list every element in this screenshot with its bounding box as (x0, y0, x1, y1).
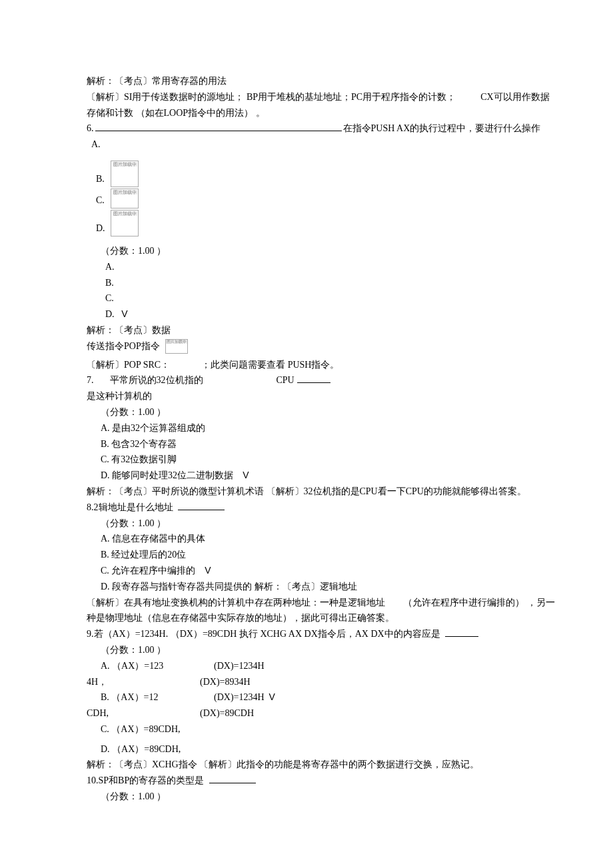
q9-blank (445, 636, 478, 637)
q8-score: （分数：1.00 ） (87, 516, 613, 532)
q6-answer-D-label: D. (105, 309, 115, 319)
q6-option-C-row: C. 图片加载中 (96, 189, 613, 209)
check-icon: V (243, 470, 249, 480)
q9-A-cont: 4H， (87, 674, 200, 690)
q9-dx-4: (DX)=89CDH (200, 705, 254, 721)
q8-option-A: A. 信息在存储器中的具体 (87, 531, 613, 547)
q8-stem: 8.2辑地址是什么地址 (87, 502, 173, 512)
q9-dx-1: (DX)=1234H (214, 658, 265, 674)
q7-option-D: D. 能够同时处理32位二进制数据 (101, 470, 233, 480)
q6-option-B-row: B. 图片加载中 (96, 161, 613, 187)
q6-option-D-row: D. 图片加载中 (96, 210, 613, 236)
q9-row-1: A. （AX）=123 (DX)=1234H (87, 658, 613, 674)
q8-option-C-row: C. 允许在程序中编排的 V (87, 563, 613, 579)
q9-option-C: C. （AX）=89CDH, (87, 721, 613, 737)
image-placeholder-icon: 图片加载中 (111, 210, 139, 236)
image-placeholder-icon: 图片加载中 (165, 339, 188, 354)
q8-exp-1: 〔解析〕在具有地址变换机构的计算机中存在两种地址：一种是逻辑地址 (87, 598, 385, 608)
q7-stem-2: 是这种计算机的 (87, 388, 613, 404)
q8-option-D: D. 段寄存器与指针寄存器共同提供的 解析：〔考点〕逻辑地址 (87, 579, 613, 595)
pre-line-1: 解析：〔考点〕常用寄存器的用法 (87, 73, 613, 89)
pre-line-2a: 〔解析〕SI用于传送数据时的源地址； BP用于堆栈的基址地址；PC用于程序指令的… (87, 92, 456, 102)
check-icon: V (205, 565, 211, 576)
q7-stem-1: 平常所说的32位机指的 (110, 372, 203, 388)
q8-blank (178, 510, 225, 510)
q10-blank (209, 783, 256, 783)
q7-option-B: B. 包含32个寄存器 (87, 436, 613, 452)
q6-exp-3-pre: 〔解析〕POP SRC： (87, 360, 170, 370)
q6-exp-2: 传送指令POP指令 (87, 338, 160, 354)
q6-option-D-label: D. (96, 220, 108, 236)
q8-option-C: C. 允许在程序中编排的 (101, 566, 195, 576)
q6-exp-1: 解析：〔考点〕数据 (87, 322, 613, 338)
q10-stem-row: 10.SP和BP的寄存器的类型是 (87, 773, 613, 789)
q9-dx-3-row: (DX)=1234H V (214, 689, 275, 705)
q6-exp-3-post: ；此类问题需要查看 PUSH指令。 (201, 360, 339, 370)
q9-score: （分数：1.00 ） (87, 642, 613, 658)
image-placeholder-icon: 图片加载中 (111, 189, 139, 209)
check-icon: V (121, 308, 127, 319)
q7-option-D-row: D. 能够同时处理32位二进制数据 V (87, 468, 613, 484)
q10-score: （分数：1.00 ） (87, 789, 613, 805)
q9-exp: 解析：〔考点〕XCHG指令 〔解析〕此指令的功能是将寄存器中的两个数据进行交换，… (87, 757, 613, 773)
q9-A-left: A. （AX）=123 (87, 658, 214, 674)
q8-exp-1-tail: （允许在程序中进行编排的） ，另一 (403, 598, 555, 608)
q6-answer-B: B. (87, 275, 613, 291)
q6-option-B-label: B. (96, 171, 108, 187)
q9-option-D: D. （AX）=89CDH, (87, 741, 613, 757)
q7-option-C: C. 有32位数据引脚 (87, 452, 613, 468)
pre-line-3: 存储和计数 （如在LOOP指令中的用法） 。 (87, 105, 613, 121)
q6-answer-A: A. (87, 259, 613, 275)
q9-stem: 9.若（AX）=1234H. （DX）=89CDH 执行 XCHG AX DX指… (87, 629, 440, 639)
q9-row-4: CDH, (DX)=89CDH (87, 705, 613, 721)
pre-line-2: 〔解析〕SI用于传送数据时的源地址； BP用于堆栈的基址地址；PC用于程序指令的… (87, 89, 613, 105)
q6-answer-D: D. V (87, 306, 613, 322)
q6-number: 6. (87, 121, 94, 137)
q7-stem-row1: 7. 平常所说的32位机指的 CPU (87, 372, 613, 388)
q7-option-A: A. 是由32个运算器组成的 (87, 420, 613, 436)
image-placeholder-icon: 图片加载中 (111, 161, 139, 187)
q8-stem-row: 8.2辑地址是什么地址 (87, 500, 613, 516)
q8-option-B: B. 经过处理后的20位 (87, 547, 613, 563)
q10-stem: 10.SP和BP的寄存器的类型是 (87, 775, 204, 785)
q7-cpu: CPU (277, 372, 295, 388)
q9-row-3: B. （AX）=12 (DX)=1234H V (87, 689, 613, 705)
q9-stem-row: 9.若（AX）=1234H. （DX）=89CDH 执行 XCHG AX DX指… (87, 626, 613, 642)
q6-answer-C: C. (87, 290, 613, 306)
q7-exp: 解析：〔考点〕平时所说的微型计算机术语 〔解析〕32位机指的是CPU看一下CPU… (87, 484, 613, 500)
q8-exp-1-row: 〔解析〕在具有地址变换机构的计算机中存在两种地址：一种是逻辑地址 （允许在程序中… (87, 595, 613, 611)
q9-dx-3: (DX)=1234H (214, 692, 265, 702)
q6-option-C-label: C. (96, 193, 108, 209)
check-icon: V (269, 691, 275, 702)
q9-B-left: B. （AX）=12 (87, 689, 214, 705)
q6-score: （分数：1.00 ） (87, 243, 613, 259)
q7-score: （分数：1.00 ） (87, 404, 613, 420)
q7-blank (297, 382, 330, 383)
q6-exp-3: 〔解析〕POP SRC： ；此类问题需要查看 PUSH指令。 (87, 357, 613, 373)
q6-exp-2-row: 传送指令POP指令 图片加载中 (87, 338, 613, 354)
q7-number: 7. (87, 372, 94, 388)
q6-stem: 6. 在指令PUSH AX的执行过程中，要进行什么操作 (87, 121, 613, 137)
pre-line-2b: CX可以用作数据 (480, 92, 549, 102)
q9-dx-2: (DX)=8934H (200, 674, 251, 690)
q6-stem-text: 在指令PUSH AX的执行过程中，要进行什么操作 (343, 121, 541, 137)
q9-B-cont: CDH, (87, 705, 200, 721)
q6-option-A-label: A. (87, 137, 613, 153)
q8-exp-2: 种是物理地址（信息在存储器中实际存放的地址），据此可得出正确答案。 (87, 610, 613, 626)
q9-row-2: 4H， (DX)=8934H (87, 674, 613, 690)
q6-blank (95, 121, 342, 131)
